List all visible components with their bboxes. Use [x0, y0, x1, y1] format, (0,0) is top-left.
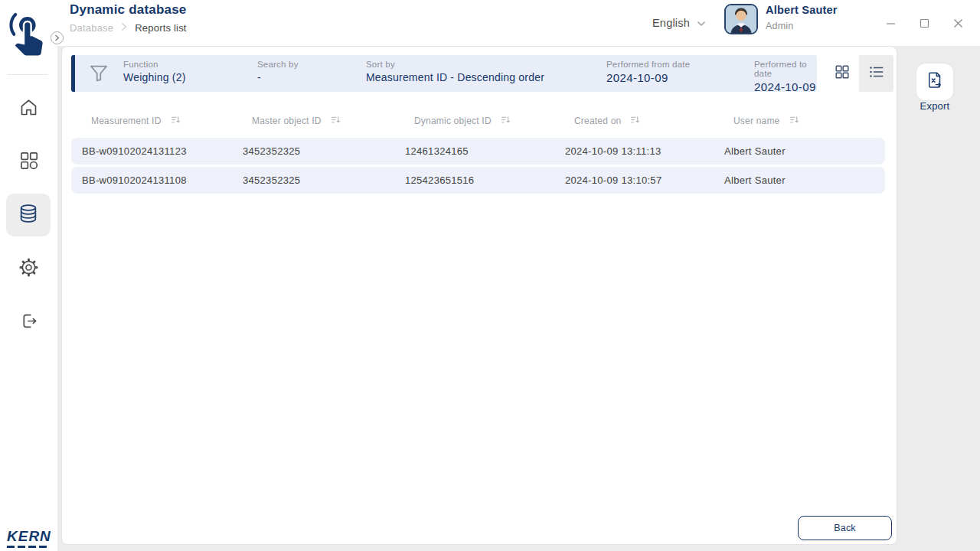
filter-to-date-value: 2024-10-09 [754, 80, 817, 93]
sort-filter-icon[interactable] [331, 115, 341, 127]
grid-view-icon [834, 64, 851, 83]
column-header-created-on[interactable]: Created on [574, 115, 640, 127]
export-excel-icon [925, 70, 945, 93]
breadcrumb-parent[interactable]: Database [70, 22, 113, 34]
filter-to-date-label: Performed to date [754, 60, 817, 78]
grid-view-button[interactable] [825, 55, 859, 92]
sort-filter-icon[interactable] [171, 115, 181, 127]
cell-measurement-id: BB-w09102024131123 [82, 138, 187, 165]
sort-filter-icon[interactable] [630, 115, 640, 127]
filter-sort-by-value: Measurement ID - Descending order [366, 71, 544, 83]
column-header-user-name[interactable]: User name [733, 115, 799, 127]
filter-sort-by: Sort by Measurement ID - Descending orde… [366, 60, 544, 83]
filter-function-value: Weighing (2) [123, 71, 186, 83]
filter-search-by: Search by - [257, 60, 299, 83]
sidebar-item-settings[interactable] [6, 247, 51, 290]
filter-from-date-label: Performed from date [606, 60, 690, 69]
language-label: English [652, 17, 690, 29]
column-label: Created on [574, 116, 621, 126]
main-panel: Function Weighing (2) Search by - Sort b… [61, 46, 897, 545]
user-name: Albert Sauter [766, 4, 838, 16]
export-button[interactable] [916, 64, 953, 100]
funnel-icon [87, 62, 110, 88]
sidebar: KERN [0, 0, 57, 551]
kern-logo-underline [7, 546, 50, 548]
table-row[interactable]: BB-w09102024131123 3452352325 1246132416… [71, 138, 885, 165]
column-label: Dynamic object ID [414, 116, 492, 126]
top-bar: Dynamic database Database Reports list E… [57, 0, 980, 46]
window-controls [886, 0, 963, 46]
column-label: User name [733, 116, 780, 126]
sidebar-item-logout[interactable] [6, 301, 51, 344]
home-icon [18, 97, 39, 121]
avatar [724, 4, 758, 34]
maximize-button[interactable] [920, 18, 929, 28]
filter-from-date-value: 2024-10-09 [606, 71, 690, 84]
column-label: Master object ID [252, 116, 322, 126]
breadcrumb-current: Reports list [135, 22, 186, 34]
sort-filter-icon[interactable] [501, 115, 511, 127]
table-row[interactable]: BB-w09102024131108 3452352325 1254236515… [71, 167, 885, 194]
user-role: Admin [766, 21, 838, 31]
cell-created-on: 2024-10-09 13:11:13 [565, 138, 661, 165]
language-selector[interactable]: English [652, 0, 706, 46]
sidebar-expand-button[interactable] [51, 31, 64, 44]
column-header-dynamic-object-id[interactable]: Dynamic object ID [414, 115, 511, 127]
filter-summary-bar[interactable]: Function Weighing (2) Search by - Sort b… [71, 55, 817, 92]
cell-user-name: Albert Sauter [724, 138, 786, 165]
table-header-row: Measurement ID Master object ID Dynamic … [71, 112, 885, 133]
view-toggle [825, 55, 893, 92]
column-header-master-object-id[interactable]: Master object ID [252, 115, 341, 127]
kern-logo-text: KERN [7, 528, 51, 545]
cell-measurement-id: BB-w09102024131108 [82, 167, 187, 194]
chevron-right-icon [120, 22, 128, 34]
minimize-button[interactable] [886, 18, 896, 28]
filter-function: Function Weighing (2) [123, 60, 186, 83]
column-label: Measurement ID [91, 116, 162, 126]
export-label: Export [897, 100, 972, 112]
user-menu[interactable]: Albert Sauter Admin [724, 4, 838, 34]
logout-icon [18, 311, 39, 334]
filter-to-date: Performed to date 2024-10-09 [754, 60, 817, 93]
cell-dynamic-object-id: 125423651516 [405, 167, 474, 194]
breadcrumb: Database Reports list [70, 22, 187, 34]
filter-search-by-label: Search by [257, 60, 299, 69]
cell-user-name: Albert Sauter [724, 167, 786, 194]
back-button[interactable]: Back [798, 516, 892, 540]
list-view-button[interactable] [859, 55, 893, 92]
user-info: Albert Sauter Admin [766, 4, 838, 34]
sort-filter-icon[interactable] [789, 115, 799, 127]
sidebar-divider [8, 74, 47, 75]
cell-master-object-id: 3452352325 [243, 138, 300, 165]
filter-sort-by-label: Sort by [366, 60, 544, 69]
app-window: Dynamic database Database Reports list E… [0, 0, 980, 551]
filter-function-label: Function [123, 60, 186, 69]
cell-dynamic-object-id: 12461324165 [405, 138, 469, 165]
close-button[interactable] [953, 18, 963, 28]
filter-search-by-value: - [257, 71, 299, 83]
cell-master-object-id: 3452352325 [243, 167, 300, 194]
sidebar-item-apps[interactable] [6, 140, 51, 183]
sidebar-item-home[interactable] [6, 87, 51, 130]
right-action-rail: Export [897, 46, 980, 545]
database-icon [18, 203, 39, 227]
cell-created-on: 2024-10-09 13:10:57 [565, 167, 662, 194]
gear-icon [18, 257, 39, 281]
apps-icon [18, 150, 39, 174]
column-header-measurement-id[interactable]: Measurement ID [91, 115, 181, 127]
touch-logo-icon [6, 8, 51, 66]
chevron-down-icon [697, 16, 706, 30]
sidebar-item-database[interactable] [6, 194, 51, 236]
page-title: Dynamic database [70, 2, 187, 18]
kern-logo: KERN [7, 528, 51, 548]
list-view-icon [868, 64, 885, 83]
filter-from-date: Performed from date 2024-10-09 [606, 60, 690, 84]
